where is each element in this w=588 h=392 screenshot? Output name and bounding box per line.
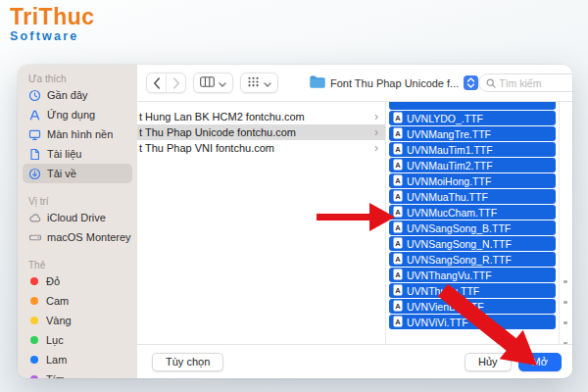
chevron-down-icon <box>219 75 226 90</box>
file-row[interactable]: AUVNVienDu.TTF <box>389 299 556 314</box>
file-name: UVNMangTre.TTF <box>407 128 491 140</box>
sidebar-item-recents[interactable]: Gần đây <box>23 85 132 105</box>
folder-row[interactable]: t Thu Phap VNI fontchu.com› <box>137 140 385 156</box>
font-file-icon: A <box>393 316 403 329</box>
file-name: UVNMucCham.TTF <box>407 207 497 219</box>
font-file-icon: A <box>393 127 403 141</box>
folder-row-label: t Thu Phap VNI fontchu.com <box>139 142 274 154</box>
sidebar-item-applications[interactable]: Ứng dụng <box>23 105 132 124</box>
file-name: UVNSangSong_N.TTF <box>407 238 512 250</box>
sidebar-item-tag-yellow[interactable]: Vàng <box>23 311 132 330</box>
file-name: UVNMuaThu.TTF <box>407 191 488 203</box>
file-row[interactable]: AUVNMuaThu.TTF <box>389 189 556 204</box>
file-row[interactable]: AUVNMauTim1.TTF <box>389 142 556 157</box>
sidebar-item-label: Ứng dụng <box>47 109 95 121</box>
search-input[interactable] <box>499 77 572 89</box>
sidebar-item-macos-monterey[interactable]: macOS Monterey <box>23 227 132 247</box>
preview-fragment <box>564 280 567 283</box>
chevron-down-icon <box>264 75 271 90</box>
font-file-icon: A <box>393 190 403 204</box>
sidebar-item-tag-purple[interactable]: Tím <box>23 369 132 378</box>
file-row[interactable]: AUVNMoiHong.TTF <box>389 173 556 188</box>
font-file-icon: A <box>393 159 403 172</box>
svg-text:A: A <box>395 317 401 325</box>
page-background: TriThuc Software Ưa thíchGần đâyỨng dụng… <box>0 0 588 392</box>
sidebar-item-tag-orange[interactable]: Cam <box>23 291 132 311</box>
forward-button[interactable] <box>167 74 185 92</box>
file-name: UVNViVi.TTF <box>407 317 468 328</box>
file-row[interactable]: AUVNThuTu.TTF <box>389 283 556 298</box>
open-button[interactable]: Mở <box>518 353 562 371</box>
chevron-left-icon <box>149 76 164 90</box>
svg-text:A: A <box>395 144 401 153</box>
tag-color-dot <box>30 277 38 285</box>
sidebar-item-icloud-drive[interactable]: iCloud Drive <box>23 208 132 227</box>
options-button[interactable]: Tùy chọn <box>152 353 223 371</box>
current-folder-label: Font Thu Phap Unicode f... <box>330 77 459 89</box>
search-field[interactable] <box>478 74 572 92</box>
current-folder-dropdown[interactable]: Font Thu Phap Unicode f... <box>310 74 478 92</box>
sidebar-section: Ưa thíchGần đâyỨng dụngMàn hình nềnTài l… <box>18 71 137 183</box>
font-file-icon: A <box>393 206 403 220</box>
svg-text:A: A <box>395 128 401 137</box>
sidebar-item-label: Tím <box>46 373 65 378</box>
folder-row-label: t Thu Phap Unicode fontchu.com <box>139 126 296 138</box>
sidebar-item-documents[interactable]: Tài liệu <box>23 144 132 164</box>
folder-row[interactable]: t Thu Phap Unicode fontchu.com› <box>137 124 385 140</box>
sidebar-item-label: Vàng <box>46 315 72 326</box>
search-icon <box>486 74 496 92</box>
file-name: UVNMoiHong.TTF <box>407 175 491 187</box>
font-file-icon: A <box>393 143 403 157</box>
drive-icon <box>27 230 42 244</box>
sidebar-item-desktop[interactable]: Màn hình nền <box>23 124 132 144</box>
group-view-button[interactable] <box>240 73 278 93</box>
file-row[interactable]: AUVNMangTre.TTF <box>389 126 556 141</box>
tag-color-dot <box>30 375 38 378</box>
sidebar-item-tag-green[interactable]: Lục <box>23 330 132 350</box>
file-row[interactable]: AUVNThangVu.TTF <box>389 268 556 282</box>
nav-button-group <box>146 73 186 93</box>
sidebar-item-label: Lam <box>46 354 67 366</box>
file-list-column: AUVNLYDO_.TTFAUVNMangTre.TTFAUVNMauTim1.… <box>385 102 559 344</box>
folder-row[interactable]: t Hung Lan BK HCM2 fontchu.com› <box>137 109 385 124</box>
svg-text:A: A <box>395 191 401 200</box>
file-row[interactable]: AUVNMauTim2.TTF <box>389 158 556 172</box>
column-view-button[interactable] <box>193 73 233 93</box>
file-row[interactable]: AUVNSangSong_B.TTF <box>389 220 556 235</box>
font-file-icon: A <box>393 112 403 125</box>
tag-color-dot <box>30 297 38 305</box>
preview-column <box>559 102 572 344</box>
back-button[interactable] <box>147 74 166 92</box>
file-row[interactable]: AUVNLYDO_.TTF <box>389 111 556 125</box>
sidebar-item-tag-blue[interactable]: Lam <box>23 350 132 369</box>
app-icon <box>27 108 42 122</box>
sidebar-section: ThẻĐỏCamVàngLụcLamTím <box>18 257 137 378</box>
svg-text:A: A <box>395 238 401 247</box>
browser-content: t Hung Lan BK HCM2 fontchu.com›t Thu Pha… <box>137 101 572 345</box>
sidebar-item-label: Lục <box>46 334 64 346</box>
sidebar-section: Vị tríiCloud DrivemacOS Monterey <box>18 193 137 247</box>
tag-color-dot <box>30 356 38 364</box>
file-row-clipped[interactable] <box>389 102 556 110</box>
tag-color-dot <box>30 336 38 344</box>
logo-subtitle: Software <box>10 30 95 43</box>
font-file-icon: A <box>393 269 403 282</box>
file-name: UVNThuTu.TTF <box>407 285 479 297</box>
chevron-right-icon: › <box>374 142 378 154</box>
folder-icon <box>310 74 325 92</box>
sidebar-item-tag-red[interactable]: Đỏ <box>23 271 132 291</box>
svg-text:A: A <box>395 254 401 263</box>
svg-text:A: A <box>395 301 401 310</box>
cancel-button[interactable]: Hủy <box>465 353 512 371</box>
file-row[interactable]: AUVNViVi.TTF <box>389 315 556 329</box>
sidebar-item-downloads[interactable]: Tải về <box>23 164 132 183</box>
desktop-icon <box>27 127 42 141</box>
chevron-right-icon: › <box>374 111 378 122</box>
file-row[interactable]: AUVNSangSong_N.TTF <box>389 236 556 251</box>
file-row[interactable]: AUVNSangSong_R.TTF <box>389 252 556 267</box>
dialog-main: Font Thu Phap Unicode f... t Hung Lan BK… <box>137 65 572 378</box>
clock-icon <box>27 88 42 102</box>
sidebar-section-header: Ưa thích <box>18 71 137 85</box>
sidebar-item-label: Màn hình nền <box>47 128 113 140</box>
file-row[interactable]: AUVNMucCham.TTF <box>389 205 556 220</box>
